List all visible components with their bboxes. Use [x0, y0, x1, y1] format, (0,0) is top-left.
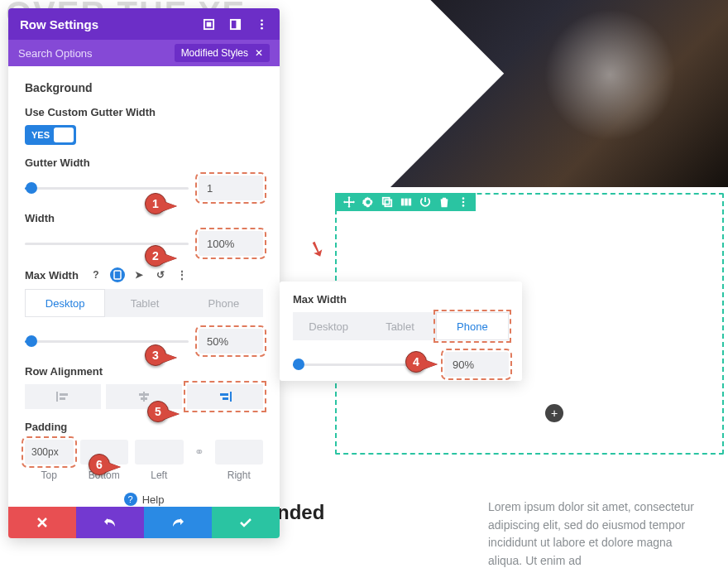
svg-rect-3: [405, 199, 408, 206]
gear-icon[interactable]: [362, 196, 374, 208]
slider-gutter[interactable]: [25, 180, 189, 196]
svg-point-7: [462, 205, 465, 207]
more-icon[interactable]: [457, 196, 469, 208]
svg-rect-21: [141, 397, 147, 400]
input-gutter-value[interactable]: 1: [199, 176, 263, 200]
responsive-tabs: Desktop Tablet Phone: [25, 289, 263, 317]
label-padding: Padding: [25, 421, 263, 433]
kebab-icon[interactable]: [255, 17, 268, 31]
label-padding-top: Top: [41, 469, 57, 481]
power-icon[interactable]: [419, 196, 431, 208]
label-padding-bottom: Bottom: [89, 469, 120, 481]
help-icon: ?: [124, 493, 137, 506]
label-custom-gutter: Use Custom Gutter Width: [25, 106, 263, 118]
popover-tabs: Desktop Tablet Phone: [293, 312, 509, 340]
panel-search-bar[interactable]: Search Options Modified Styles ✕: [8, 40, 280, 66]
search-placeholder: Search Options: [18, 47, 93, 60]
svg-rect-16: [56, 392, 58, 402]
help-icon[interactable]: ?: [89, 267, 103, 282]
svg-rect-15: [114, 271, 121, 279]
max-width-popover: Max Width Desktop Tablet Phone 90%: [280, 282, 522, 381]
svg-point-5: [462, 197, 465, 200]
popover-tab-desktop[interactable]: Desktop: [293, 312, 364, 340]
input-padding-left[interactable]: [135, 440, 184, 465]
svg-rect-20: [139, 393, 149, 396]
svg-point-6: [462, 201, 465, 204]
close-icon[interactable]: ✕: [255, 47, 263, 59]
panel-header: Row Settings: [8, 8, 280, 40]
align-left-button[interactable]: [25, 384, 101, 409]
lorem-text: Lorem ipsum dolor sit amet, consectetur …: [488, 498, 703, 568]
input-width-value[interactable]: 100%: [199, 231, 263, 256]
input-padding-top[interactable]: 300px: [25, 440, 74, 465]
align-right-button[interactable]: [187, 384, 263, 409]
redo-button[interactable]: [144, 507, 212, 538]
input-padding-right[interactable]: [215, 440, 264, 465]
align-center-button[interactable]: [106, 384, 182, 409]
svg-rect-24: [223, 397, 228, 400]
slider-width[interactable]: [25, 235, 189, 252]
svg-rect-4: [409, 199, 412, 206]
svg-rect-0: [383, 198, 390, 205]
svg-rect-2: [401, 199, 405, 206]
popover-input-max-width[interactable]: 90%: [444, 352, 509, 377]
svg-point-14: [261, 26, 263, 29]
svg-rect-11: [236, 19, 240, 28]
more-icon[interactable]: ⋮: [175, 267, 189, 282]
svg-rect-18: [60, 397, 65, 400]
label-padding-left: Left: [151, 469, 167, 481]
panel-footer: [8, 507, 280, 538]
tab-phone[interactable]: Phone: [184, 289, 263, 317]
help-label: Help: [142, 493, 165, 506]
tab-desktop[interactable]: Desktop: [25, 289, 105, 317]
panel-title: Row Settings: [20, 17, 98, 31]
columns-icon[interactable]: [400, 196, 412, 208]
duplicate-icon[interactable]: [381, 196, 393, 208]
filter-chip-modified[interactable]: Modified Styles ✕: [175, 44, 270, 62]
settings-panel: Row Settings Search Options Modified Sty…: [8, 8, 280, 538]
filter-chip-label: Modified Styles: [181, 47, 248, 59]
help-link[interactable]: ? Help: [25, 493, 263, 506]
label-row-align: Row Alignment: [25, 365, 263, 378]
label-width: Width: [25, 212, 263, 224]
toggle-label: YES: [31, 130, 50, 140]
tablet-icon[interactable]: [110, 267, 125, 282]
svg-rect-9: [206, 22, 211, 26]
svg-rect-23: [220, 393, 228, 396]
svg-point-12: [261, 19, 263, 22]
toggle-custom-gutter[interactable]: YES: [25, 125, 76, 145]
truncated-heading: nded: [277, 501, 324, 524]
popover-tab-tablet[interactable]: Tablet: [364, 312, 435, 340]
slider-max-width[interactable]: [25, 333, 189, 349]
svg-rect-17: [60, 393, 68, 396]
input-padding-bottom[interactable]: [80, 440, 129, 465]
row-toolbar: [335, 193, 476, 211]
hero-image: [335, 0, 728, 187]
cursor-icon[interactable]: ➤: [132, 267, 146, 282]
link-values-icon[interactable]: ⚭: [190, 445, 208, 459]
label-gutter-width: Gutter Width: [25, 156, 263, 169]
add-row-button[interactable]: +: [545, 404, 563, 422]
expand-icon[interactable]: [202, 17, 215, 31]
svg-rect-19: [143, 392, 145, 402]
toggle-knob: [54, 128, 74, 142]
save-button[interactable]: [212, 507, 280, 538]
svg-rect-1: [385, 200, 391, 206]
popover-slider-max-width[interactable]: [293, 356, 434, 373]
cancel-button[interactable]: [8, 507, 76, 538]
dock-icon[interactable]: [228, 17, 242, 31]
tab-tablet[interactable]: Tablet: [105, 289, 184, 317]
trash-icon[interactable]: [438, 196, 450, 208]
svg-point-13: [261, 23, 263, 26]
label-padding-right: Right: [228, 469, 251, 481]
section-background: Background: [25, 81, 263, 94]
move-icon[interactable]: [343, 196, 355, 208]
label-max-width: Max Width ? ➤ ↺ ⋮: [25, 267, 263, 282]
input-max-width-value[interactable]: 50%: [199, 329, 263, 354]
undo-button[interactable]: [76, 507, 144, 538]
popover-label-max-width: Max Width: [293, 293, 509, 306]
reset-icon[interactable]: ↺: [153, 267, 168, 282]
popover-tab-phone[interactable]: Phone: [436, 312, 509, 340]
svg-rect-22: [230, 392, 232, 402]
